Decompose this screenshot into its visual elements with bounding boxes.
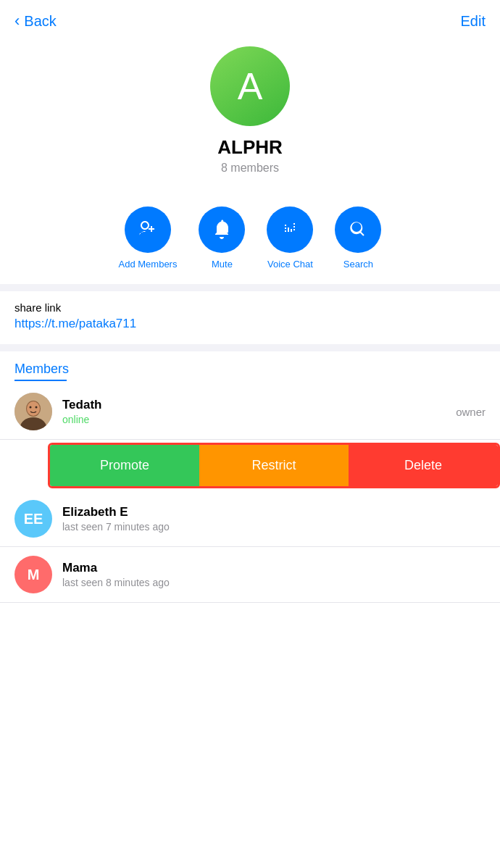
group-avatar: A: [210, 46, 290, 126]
search-label: Search: [343, 259, 373, 270]
members-section: Members Tedath online owner Promote: [0, 351, 500, 603]
mute-action[interactable]: Mute: [199, 206, 245, 270]
share-link-label: share link: [14, 301, 486, 314]
voice-chat-action[interactable]: Voice Chat: [267, 206, 313, 270]
group-name: ALPHR: [217, 136, 283, 159]
profile-section: A ALPHR 8 members: [0, 39, 500, 192]
swipe-actions: Promote Restrict Delete: [48, 443, 500, 488]
restrict-button[interactable]: Restrict: [199, 445, 349, 486]
back-label: Back: [24, 13, 56, 30]
elizabeth-name: Elizabeth E: [62, 505, 486, 519]
add-member-icon: [136, 218, 159, 241]
tedath-avatar-img: [14, 393, 52, 430]
members-underline: [14, 380, 67, 381]
voice-icon: [279, 219, 301, 241]
members-header: Members: [0, 351, 500, 384]
svg-point-3: [27, 401, 40, 416]
divider-1: [0, 284, 500, 291]
mama-name: Mama: [62, 561, 486, 575]
members-title: Members: [14, 362, 486, 377]
elizabeth-info: Elizabeth E last seen 7 minutes ago: [62, 505, 486, 533]
add-members-circle: [125, 206, 171, 253]
search-action[interactable]: Search: [335, 206, 381, 270]
elizabeth-avatar: EE: [14, 500, 52, 538]
add-members-action[interactable]: Add Members: [119, 206, 178, 270]
edit-label: Edit: [461, 13, 486, 29]
mama-avatar: M: [14, 556, 52, 593]
share-link-section: share link https://t.me/pataka711: [0, 291, 500, 344]
tedath-name: Tedath: [62, 398, 486, 412]
mama-info: Mama last seen 8 minutes ago: [62, 561, 486, 588]
tedath-avatar: [14, 393, 52, 430]
search-circle: [335, 206, 381, 253]
group-members-count: 8 members: [221, 162, 279, 175]
promote-button[interactable]: Promote: [50, 445, 199, 486]
back-button[interactable]: ‹ Back: [14, 12, 57, 30]
mute-circle: [199, 206, 245, 253]
member-row-elizabeth[interactable]: EE Elizabeth E last seen 7 minutes ago: [0, 491, 500, 547]
elizabeth-status: last seen 7 minutes ago: [62, 521, 486, 533]
chevron-left-icon: ‹: [14, 12, 20, 30]
mute-label: Mute: [212, 259, 233, 270]
svg-point-4: [30, 406, 32, 409]
divider-2: [0, 344, 500, 351]
add-members-label: Add Members: [119, 259, 178, 270]
edit-button[interactable]: Edit: [461, 13, 486, 30]
search-icon: [347, 219, 369, 241]
tedath-status: online: [62, 414, 486, 425]
header: ‹ Back Edit: [0, 0, 500, 39]
tedath-role: owner: [456, 406, 486, 418]
delete-button[interactable]: Delete: [349, 445, 498, 486]
member-row-tedath[interactable]: Tedath online owner: [0, 384, 500, 440]
mama-status: last seen 8 minutes ago: [62, 577, 486, 588]
member-row-mama[interactable]: M Mama last seen 8 minutes ago: [0, 547, 500, 603]
avatar-letter: A: [238, 64, 263, 108]
actions-row: Add Members Mute Voice Chat Search: [0, 192, 500, 284]
voice-chat-label: Voice Chat: [267, 259, 313, 270]
voice-chat-circle: [267, 206, 313, 253]
bell-icon: [211, 219, 233, 241]
tedath-info: Tedath online: [62, 398, 486, 425]
svg-point-5: [36, 406, 38, 409]
share-link-url[interactable]: https://t.me/pataka711: [14, 317, 486, 331]
